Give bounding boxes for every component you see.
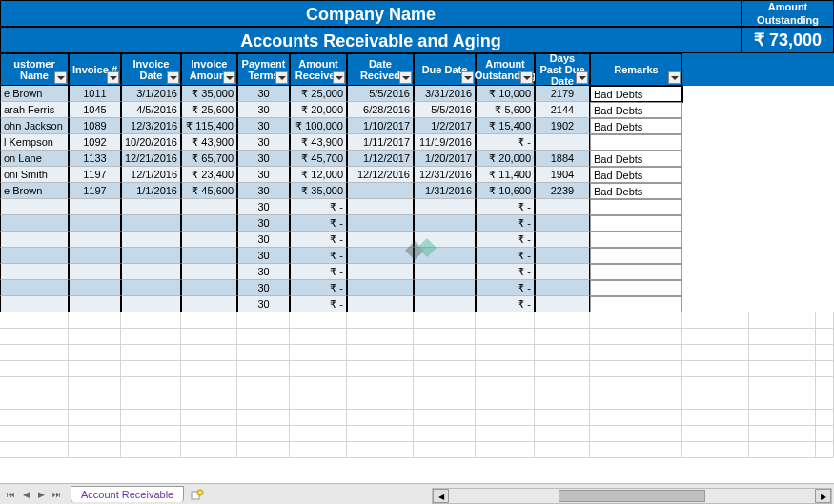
- empty-cell[interactable]: [535, 442, 590, 458]
- cell-idate[interactable]: [121, 264, 181, 280]
- cell-terms[interactable]: 30: [237, 167, 290, 183]
- cell-days[interactable]: [535, 134, 590, 151]
- empty-cell[interactable]: [69, 345, 121, 361]
- empty-cell[interactable]: [816, 410, 834, 426]
- cell-out[interactable]: ₹ 10,000: [476, 86, 535, 102]
- cell-due[interactable]: 5/5/2016: [414, 102, 476, 118]
- cell-arec[interactable]: ₹ -: [290, 232, 347, 248]
- empty-cell[interactable]: [476, 361, 535, 377]
- cell-idate[interactable]: 3/1/2016: [121, 86, 181, 102]
- cell-arec[interactable]: ₹ -: [290, 296, 347, 312]
- cell-due[interactable]: [414, 280, 476, 296]
- empty-cell[interactable]: [237, 312, 290, 329]
- cell-drec[interactable]: [347, 183, 414, 199]
- empty-cell[interactable]: [237, 361, 290, 377]
- cell-inv[interactable]: [69, 264, 121, 280]
- horizontal-scrollbar[interactable]: ◀ ▶: [432, 488, 832, 504]
- cell-out[interactable]: ₹ -: [476, 296, 535, 312]
- add-sheet-icon[interactable]: [190, 488, 205, 501]
- empty-cell[interactable]: [290, 329, 347, 345]
- table-row[interactable]: e Brown10113/1/2016₹ 35,00030₹ 25,0005/5…: [0, 86, 834, 102]
- cell-terms[interactable]: 30: [237, 199, 290, 215]
- empty-cell[interactable]: [476, 426, 535, 442]
- empty-cell[interactable]: [749, 410, 816, 426]
- empty-cell[interactable]: [121, 377, 181, 393]
- empty-cell[interactable]: [181, 345, 237, 361]
- cell-iamt[interactable]: [181, 215, 237, 232]
- empty-cell[interactable]: [682, 312, 749, 329]
- empty-cell[interactable]: [414, 312, 476, 329]
- cell-out[interactable]: ₹ 10,600: [476, 183, 535, 199]
- tab-nav-first-icon[interactable]: ⏮: [4, 488, 17, 501]
- filter-dropdown-icon[interactable]: [333, 71, 345, 84]
- empty-cell[interactable]: [414, 361, 476, 377]
- cell-days[interactable]: 2144: [535, 102, 590, 118]
- empty-cell[interactable]: [682, 410, 749, 426]
- empty-cell[interactable]: [816, 426, 834, 442]
- cell-days[interactable]: [535, 248, 590, 264]
- cell-idate[interactable]: [121, 296, 181, 312]
- cell-drec[interactable]: [347, 215, 414, 232]
- empty-cell[interactable]: [290, 393, 347, 410]
- empty-cell[interactable]: [69, 312, 121, 329]
- cell-arec[interactable]: ₹ 43,900: [290, 134, 347, 151]
- cell-rem[interactable]: Bad Debts: [590, 151, 682, 167]
- empty-cell[interactable]: [590, 345, 682, 361]
- empty-cell[interactable]: [816, 345, 834, 361]
- empty-cell[interactable]: [535, 312, 590, 329]
- empty-cell[interactable]: [682, 442, 749, 458]
- cell-arec[interactable]: ₹ 45,700: [290, 151, 347, 167]
- empty-cell[interactable]: [0, 329, 69, 345]
- empty-cell[interactable]: [749, 426, 816, 442]
- table-row[interactable]: e Brown11971/1/2016₹ 45,60030₹ 35,0001/3…: [0, 183, 834, 199]
- empty-cell[interactable]: [682, 329, 749, 345]
- empty-cell[interactable]: [749, 312, 816, 329]
- cell-out[interactable]: ₹ 5,600: [476, 102, 535, 118]
- filter-dropdown-icon[interactable]: [399, 71, 412, 84]
- cell-arec[interactable]: ₹ -: [290, 264, 347, 280]
- empty-cell[interactable]: [816, 393, 834, 410]
- column-header[interactable]: Invoice #: [69, 53, 121, 86]
- cell-iamt[interactable]: [181, 232, 237, 248]
- cell-drec[interactable]: 1/10/2017: [347, 118, 414, 134]
- cell-rem[interactable]: [590, 248, 682, 264]
- cell-iamt[interactable]: [181, 264, 237, 280]
- empty-cell[interactable]: [121, 361, 181, 377]
- empty-cell[interactable]: [535, 426, 590, 442]
- empty-cell[interactable]: [816, 442, 834, 458]
- table-row[interactable]: 30₹ -₹ -: [0, 264, 834, 280]
- empty-cell[interactable]: [476, 393, 535, 410]
- cell-iamt[interactable]: [181, 280, 237, 296]
- empty-cell[interactable]: [121, 410, 181, 426]
- cell-drec[interactable]: 5/5/2016: [347, 86, 414, 102]
- empty-cell[interactable]: [347, 361, 414, 377]
- filter-dropdown-icon[interactable]: [275, 71, 288, 84]
- cell-idate[interactable]: [121, 248, 181, 264]
- empty-cell[interactable]: [237, 442, 290, 458]
- empty-cell[interactable]: [0, 393, 69, 410]
- cell-name[interactable]: on Lane: [0, 151, 69, 167]
- empty-cell[interactable]: [590, 361, 682, 377]
- cell-rem[interactable]: Bad Debts: [590, 118, 682, 134]
- cell-inv[interactable]: [69, 199, 121, 215]
- cell-due[interactable]: 3/31/2016: [414, 86, 476, 102]
- cell-inv[interactable]: 1011: [69, 86, 121, 102]
- empty-cell[interactable]: [69, 442, 121, 458]
- cell-drec[interactable]: 12/12/2016: [347, 167, 414, 183]
- cell-name[interactable]: e Brown: [0, 183, 69, 199]
- empty-cell[interactable]: [749, 345, 816, 361]
- cell-rem[interactable]: Bad Debts: [590, 183, 682, 199]
- cell-arec[interactable]: ₹ 35,000: [290, 183, 347, 199]
- column-header[interactable]: Amount Outstanding: [476, 53, 535, 86]
- cell-due[interactable]: [414, 215, 476, 232]
- empty-cell[interactable]: [347, 442, 414, 458]
- cell-out[interactable]: ₹ -: [476, 215, 535, 232]
- cell-arec[interactable]: ₹ 100,000: [290, 118, 347, 134]
- column-header[interactable]: Date Recived: [347, 53, 414, 86]
- scroll-thumb[interactable]: [559, 490, 705, 502]
- empty-cell[interactable]: [0, 345, 69, 361]
- cell-terms[interactable]: 30: [237, 102, 290, 118]
- cell-rem[interactable]: Bad Debts: [590, 167, 682, 183]
- cell-idate[interactable]: [121, 199, 181, 215]
- empty-cell[interactable]: [590, 329, 682, 345]
